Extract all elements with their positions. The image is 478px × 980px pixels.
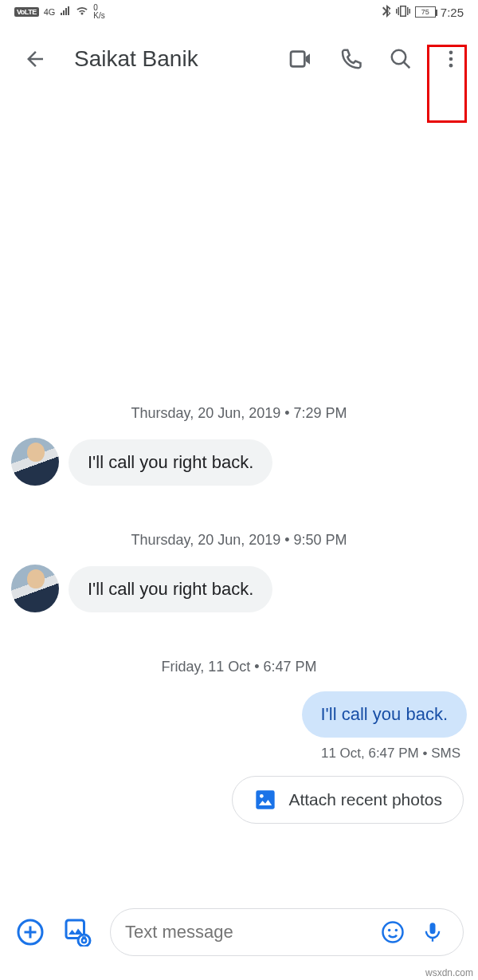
volte-badge: VoLTE xyxy=(14,7,39,17)
photo-icon xyxy=(253,788,277,812)
search-button[interactable] xyxy=(382,40,420,78)
contact-name[interactable]: Saikat Banik xyxy=(74,46,269,72)
vibrate-icon xyxy=(396,6,410,19)
svg-rect-4 xyxy=(257,790,275,809)
status-bar: VoLTE 4G 0 K/s 75 7:25 xyxy=(0,0,478,24)
voice-call-button[interactable] xyxy=(331,40,370,78)
clock: 7:25 xyxy=(441,6,464,19)
timestamp-1: Thursday, 20 Jun, 2019 • 7:29 PM xyxy=(11,405,467,422)
video-call-button[interactable] xyxy=(281,40,319,78)
svg-point-5 xyxy=(260,794,264,798)
gallery-button[interactable] xyxy=(62,916,94,948)
app-bar: Saikat Banik xyxy=(0,24,478,94)
more-options-button[interactable] xyxy=(432,40,470,78)
add-button[interactable] xyxy=(14,916,46,948)
incoming-message-row: I'll call you right back. xyxy=(11,438,467,486)
watermark: wsxdn.com xyxy=(425,967,473,978)
signal-icon xyxy=(60,6,71,18)
svg-point-1 xyxy=(449,51,453,55)
mic-button[interactable] xyxy=(417,916,449,948)
wifi-icon xyxy=(76,6,88,18)
svg-rect-10 xyxy=(82,936,86,938)
svg-point-3 xyxy=(449,64,453,68)
incoming-bubble[interactable]: I'll call you right back. xyxy=(69,439,272,486)
network-speed: 0 K/s xyxy=(93,4,104,20)
back-button[interactable] xyxy=(16,40,54,78)
svg-point-0 xyxy=(392,50,406,65)
emoji-button[interactable] xyxy=(377,916,409,948)
network-gen: 4G xyxy=(44,7,56,17)
attach-photos-chip[interactable]: Attach recent photos xyxy=(232,776,464,824)
svg-point-12 xyxy=(388,929,391,932)
timestamp-3: Friday, 11 Oct • 6:47 PM xyxy=(11,659,467,675)
timestamp-2: Thursday, 20 Jun, 2019 • 9:50 PM xyxy=(11,532,467,549)
outgoing-bubble[interactable]: I'll call you back. xyxy=(302,691,468,738)
battery-icon: 75 xyxy=(415,6,436,18)
compose-bar xyxy=(0,908,478,956)
message-input-container[interactable] xyxy=(110,908,464,956)
bluetooth-icon xyxy=(382,5,391,20)
status-right: 75 7:25 xyxy=(382,5,464,20)
svg-rect-14 xyxy=(430,923,436,934)
message-input[interactable] xyxy=(125,922,369,943)
incoming-message-row: I'll call you right back. xyxy=(11,565,467,612)
attach-chip-label: Attach recent photos xyxy=(288,790,442,809)
svg-point-2 xyxy=(449,57,453,61)
avatar[interactable] xyxy=(11,438,59,486)
incoming-bubble[interactable]: I'll call you right back. xyxy=(69,566,272,612)
svg-point-13 xyxy=(395,929,398,932)
avatar[interactable] xyxy=(11,565,59,612)
outgoing-message-row: I'll call you back. xyxy=(11,691,467,738)
svg-point-11 xyxy=(383,923,403,943)
conversation-content: Thursday, 20 Jun, 2019 • 7:29 PM I'll ca… xyxy=(0,94,478,824)
status-left: VoLTE 4G 0 K/s xyxy=(14,4,105,20)
sent-meta: 11 Oct, 6:47 PM • SMS xyxy=(11,746,460,762)
